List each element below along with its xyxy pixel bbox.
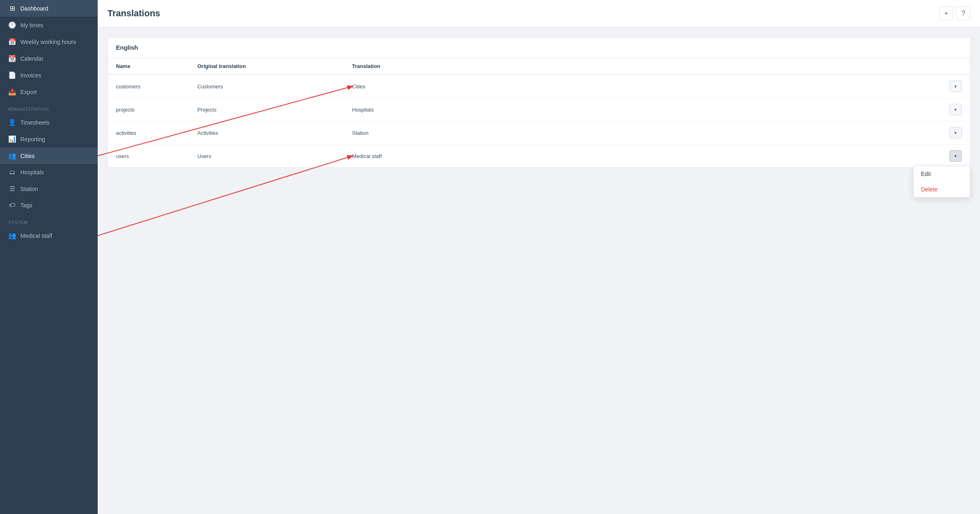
invoices-icon: 📄	[8, 71, 16, 79]
sidebar-label-hospitals: Hospitals	[20, 169, 44, 176]
page-header: Translations + ?	[98, 0, 980, 27]
dashboard-icon: ⊞	[8, 4, 16, 12]
sidebar-item-reporting[interactable]: 📊Reporting	[0, 131, 98, 147]
header-actions: + ?	[939, 7, 970, 20]
sidebar: ⊞Dashboard🕐My times📅Weekly working hours…	[0, 0, 98, 514]
table-header-row: Name Original translation Translation	[108, 58, 970, 75]
table-row: customers Customers Cities ▾	[108, 75, 970, 98]
sidebar-label-export: Export	[20, 89, 37, 95]
cell-name-1: projects	[108, 98, 189, 121]
sidebar-item-dashboard[interactable]: ⊞Dashboard	[0, 0, 98, 17]
cell-original-3: Users	[189, 145, 344, 168]
station-icon: ☰	[8, 185, 16, 193]
svg-line-1	[98, 156, 352, 236]
row-dropdown-btn-2[interactable]: ▾	[949, 127, 962, 138]
my-times-icon: 🕐	[8, 21, 16, 29]
export-icon: 📤	[8, 88, 16, 96]
sidebar-item-calendar[interactable]: 📆Calendar	[0, 50, 98, 67]
cell-translation-3: Medical staff ▾	[344, 145, 970, 168]
sidebar-item-station[interactable]: ☰Station	[0, 180, 98, 197]
sidebar-label-timesheets: Timesheets	[20, 119, 50, 126]
sidebar-section-system: System	[0, 213, 98, 227]
help-button[interactable]: ?	[956, 7, 970, 20]
page-title: Translations	[107, 8, 160, 19]
sidebar-item-hospitals[interactable]: 🗂Hospitals	[0, 164, 98, 180]
sidebar-item-export[interactable]: 📤Export	[0, 83, 98, 100]
table-row: projects Projects Hospitals ▾	[108, 98, 970, 121]
sidebar-item-timesheets[interactable]: 👤Timesheets	[0, 114, 98, 131]
row-dropdown-btn-3[interactable]: ▾	[949, 150, 962, 162]
tags-icon: 🏷	[8, 202, 16, 209]
content-area: English Name Original translation Transl…	[98, 27, 980, 514]
sidebar-label-weekly-working-hours: Weekly working hours	[20, 39, 76, 45]
sidebar-label-dashboard: Dashboard	[20, 5, 48, 12]
translation-value-1: Hospitals	[352, 107, 374, 113]
row-dropdown-btn-0[interactable]: ▾	[949, 81, 962, 92]
table-row: users Users Medical staff ▾	[108, 145, 970, 168]
col-header-name: Name	[108, 58, 189, 75]
sidebar-section-administration: Administration	[0, 100, 98, 114]
dropdown-edit[interactable]: Edit	[914, 166, 970, 182]
sidebar-label-invoices: Invoices	[20, 72, 41, 79]
sidebar-label-medical-staff: Medical staff	[20, 233, 52, 239]
translation-value-3: Medical staff	[352, 153, 382, 159]
sidebar-item-tags[interactable]: 🏷Tags	[0, 197, 98, 213]
sidebar-label-calendar: Calendar	[20, 55, 44, 62]
cities-icon: 👥	[8, 152, 16, 160]
hospitals-icon: 🗂	[8, 169, 16, 176]
cell-translation-2: Station ▾	[344, 121, 970, 145]
sidebar-label-tags: Tags	[20, 202, 33, 209]
dropdown-delete[interactable]: Delete	[914, 182, 970, 197]
col-header-original: Original translation	[189, 58, 344, 75]
cell-translation-0: Cities ▾	[344, 75, 970, 98]
add-button[interactable]: +	[939, 7, 953, 20]
table-row: activities Activities Station ▾	[108, 121, 970, 145]
cell-name-3: users	[108, 145, 189, 168]
translations-card: English Name Original translation Transl…	[107, 37, 970, 168]
row-dropdown-btn-1[interactable]: ▾	[949, 104, 962, 115]
sidebar-label-cities: Cities	[20, 153, 35, 159]
weekly-working-hours-icon: 📅	[8, 38, 16, 46]
sidebar-label-station: Station	[20, 186, 38, 192]
sidebar-item-medical-staff[interactable]: 👥Medical staff	[0, 227, 98, 244]
sidebar-label-reporting: Reporting	[20, 136, 45, 143]
language-label: English	[116, 44, 138, 51]
calendar-icon: 📆	[8, 55, 16, 62]
translations-table: Name Original translation Translation cu…	[108, 58, 970, 167]
cell-original-0: Customers	[189, 75, 344, 98]
cell-name-0: customers	[108, 75, 189, 98]
cell-translation-1: Hospitals ▾	[344, 98, 970, 121]
cell-name-2: activities	[108, 121, 189, 145]
medical-staff-icon: 👥	[8, 232, 16, 239]
cell-original-1: Projects	[189, 98, 344, 121]
sidebar-item-cities[interactable]: 👥Cities	[0, 147, 98, 164]
sidebar-item-invoices[interactable]: 📄Invoices	[0, 67, 98, 83]
cell-original-2: Activities	[189, 121, 344, 145]
dropdown-menu: Edit Delete	[913, 166, 970, 198]
timesheets-icon: 👤	[8, 119, 16, 126]
card-header: English	[108, 37, 970, 58]
sidebar-item-weekly-working-hours[interactable]: 📅Weekly working hours	[0, 33, 98, 50]
sidebar-label-my-times: My times	[20, 22, 43, 29]
col-header-translation: Translation	[344, 58, 970, 75]
translation-value-0: Cities	[352, 83, 365, 90]
sidebar-item-my-times[interactable]: 🕐My times	[0, 17, 98, 33]
main-content: Translations + ? English	[98, 0, 980, 514]
translation-value-2: Station	[352, 130, 368, 136]
reporting-icon: 📊	[8, 135, 16, 143]
